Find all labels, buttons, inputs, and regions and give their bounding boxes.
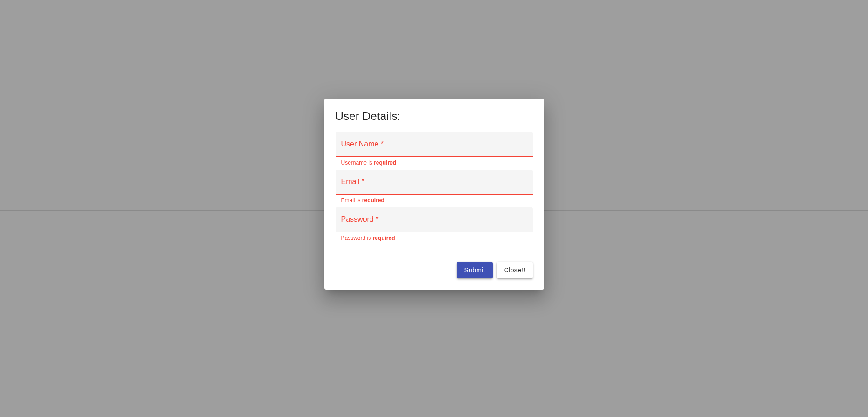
email-input[interactable] xyxy=(336,170,533,207)
password-input[interactable] xyxy=(336,207,533,245)
submit-button[interactable]: Submit xyxy=(457,262,492,278)
dialog-actions: Submit Close!! xyxy=(336,262,533,278)
username-input[interactable] xyxy=(336,132,533,170)
username-field: User Name * Username is required xyxy=(336,132,533,170)
user-details-dialog: User Details: User Name * Username is re… xyxy=(324,99,544,289)
modal-backdrop: User Details: User Name * Username is re… xyxy=(0,0,868,417)
close-button[interactable]: Close!! xyxy=(497,262,533,278)
dialog-title: User Details: xyxy=(336,110,533,123)
email-input-wrap[interactable]: Email * xyxy=(336,170,533,195)
username-input-wrap[interactable]: User Name * xyxy=(336,132,533,157)
password-field: Password * Password is required xyxy=(336,207,533,245)
email-field: Email * Email is required xyxy=(336,170,533,207)
password-input-wrap[interactable]: Password * xyxy=(336,207,533,232)
